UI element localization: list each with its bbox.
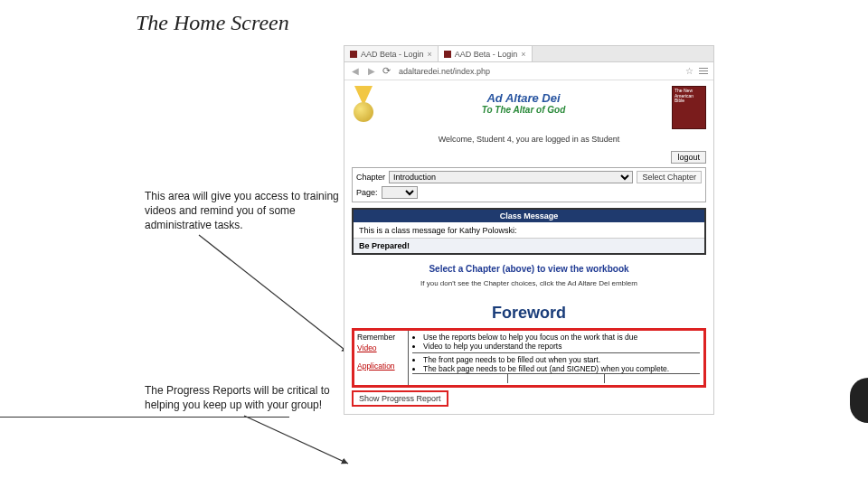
url-field[interactable]: adaltaredei.net/index.php	[396, 66, 680, 77]
tab-strip: AAD Beta - Login × AAD Beta - Login ×	[344, 46, 713, 62]
browser-window: AAD Beta - Login × AAD Beta - Login × ◀ …	[344, 45, 714, 415]
tab-label: AAD Beta - Login	[361, 50, 424, 59]
welcome-text: Welcome, Student 4, you are logged in as…	[352, 135, 706, 144]
class-message-box: Class Message This is a class message fo…	[352, 208, 706, 255]
address-bar: ◀ ▶ ⟳ adaltaredei.net/index.php ☆	[344, 62, 713, 80]
slide-title: The Home Screen	[136, 11, 289, 35]
tab-label: AAD Beta - Login	[455, 50, 518, 59]
logout-button[interactable]: logout	[671, 151, 706, 164]
chapter-select[interactable]: Introduction	[389, 171, 633, 183]
menu-icon[interactable]	[699, 68, 708, 74]
class-message-header: Class Message	[354, 210, 704, 222]
site-subtitle: To The Altar of God	[375, 105, 672, 115]
show-progress-report-button[interactable]: Show Progress Report	[352, 390, 448, 407]
remember-bullet: The front page needs to be filled out wh…	[423, 355, 700, 364]
site-title-block: Ad Altare Dei To The Altar of God	[375, 86, 672, 115]
remember-bullet: Video to help you understand the reports	[423, 342, 700, 351]
arrow-progress	[240, 411, 375, 474]
slide-accent-shape	[850, 378, 868, 423]
chapter-label: Chapter	[356, 173, 385, 182]
remember-bullet: The back page needs to be filled out (an…	[423, 364, 700, 373]
svg-line-0	[199, 235, 348, 352]
browser-tab[interactable]: AAD Beta - Login ×	[439, 46, 533, 61]
chapter-selector-box: Chapter Introduction Select Chapter Page…	[352, 167, 706, 202]
browser-tab[interactable]: AAD Beta - Login ×	[344, 46, 439, 61]
favicon-icon	[350, 51, 357, 58]
reload-icon[interactable]: ⟳	[382, 65, 391, 77]
select-chapter-hint: Select a Chapter (above) to view the wor…	[352, 264, 706, 274]
video-link[interactable]: Video	[357, 343, 377, 352]
select-chapter-button[interactable]: Select Chapter	[637, 171, 702, 183]
close-icon[interactable]: ×	[428, 50, 432, 59]
foreword-heading: Foreword	[352, 304, 706, 323]
svg-line-1	[244, 416, 348, 464]
annotation-training: This area will give you access to traini…	[145, 189, 353, 233]
application-link[interactable]: Application	[357, 361, 405, 372]
favicon-icon	[444, 51, 451, 58]
bible-label: The New American Bible	[675, 89, 703, 104]
page-select[interactable]	[382, 186, 418, 199]
medal-emblem[interactable]	[352, 86, 375, 131]
page-content: Ad Altare Dei To The Altar of God The Ne…	[344, 80, 713, 414]
remember-bullet: Use the reports below to help you focus …	[423, 333, 700, 342]
class-message-emphasis: Be Prepared!	[354, 238, 704, 253]
close-icon[interactable]: ×	[521, 50, 525, 59]
select-chapter-subhint: If you don't see the Chapter choices, cl…	[352, 279, 706, 287]
page-label: Page:	[356, 188, 378, 197]
remember-box: Remember Video Application Use the repor…	[352, 328, 706, 388]
class-message-line: This is a class message for Kathy Polows…	[359, 226, 699, 235]
back-icon[interactable]: ◀	[350, 66, 361, 77]
annotation-progress: The Progress Reports will be critical to…	[145, 383, 353, 412]
forward-icon[interactable]: ▶	[366, 66, 377, 77]
remember-label: Remember	[357, 333, 395, 342]
bible-icon: The New American Bible	[672, 86, 706, 129]
site-title: Ad Altare Dei	[375, 91, 672, 105]
bookmark-icon[interactable]: ☆	[685, 66, 693, 76]
slide-divider	[0, 417, 289, 418]
